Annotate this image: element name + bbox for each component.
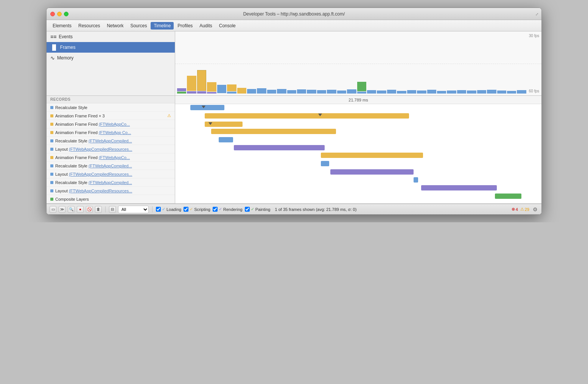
record-link[interactable]: (FTWebApp Co... <box>99 130 131 135</box>
loading-checkbox[interactable] <box>156 207 161 212</box>
timeline-bar-r10 <box>414 177 418 183</box>
record-link[interactable]: (FTWebAppCompiledResources... <box>69 189 132 193</box>
rendering-text: Rendering <box>223 207 243 212</box>
timeline-bars-area <box>175 104 541 203</box>
list-item[interactable]: Recalculate Style <box>47 103 175 112</box>
menu-console[interactable]: Console <box>216 22 239 30</box>
scripting-checkbox[interactable] <box>184 207 188 212</box>
fps-timeline[interactable]: 30 fps 60 fps <box>175 31 541 95</box>
rendering-checkbox[interactable] <box>213 207 218 212</box>
list-item[interactable]: Recalculate Style (FTWebAppCompiled... <box>47 137 175 145</box>
painting-label: ✓ <box>251 207 254 212</box>
frames-control[interactable]: ▐▌ Frames <box>47 42 175 53</box>
timeline-bar-r7 <box>321 153 423 158</box>
menu-profiles[interactable]: Profiles <box>174 22 196 30</box>
delete-button[interactable]: 🗑 <box>95 206 102 213</box>
main-container: ≡≡ Events ▐▌ Frames ∿ Memory 30 fps 60 f… <box>47 31 541 214</box>
traffic-lights <box>50 12 68 16</box>
record-label: Animation Frame Fired (FTWebAppCo... <box>55 122 171 126</box>
record-label: Recalculate Style (FTWebAppCompiled... <box>55 164 171 168</box>
menu-resources[interactable]: Resources <box>75 22 103 30</box>
record-link[interactable]: (FTWebAppCompiled... <box>89 180 132 185</box>
loading-checkbox-label[interactable]: ✓ Loading <box>156 207 181 212</box>
record-link[interactable]: (FTWebAppCompiledResources... <box>69 147 132 151</box>
frame-bar <box>437 33 446 94</box>
rendering-checkbox-label[interactable]: ✓ Rendering <box>213 207 243 212</box>
frame-bar <box>317 33 326 94</box>
search-button[interactable]: 🔍 <box>68 206 75 213</box>
menubar: Elements Resources Network Sources Timel… <box>47 20 541 31</box>
menu-elements[interactable]: Elements <box>50 22 75 30</box>
warning-icon: ⚠ <box>167 113 171 118</box>
record-color-dot <box>50 139 53 142</box>
window-title: Developer Tools – http://wp.sandboxes.ap… <box>243 11 345 17</box>
list-item[interactable]: Layout (FTWebAppCompiledResources... <box>47 145 175 153</box>
timeline-bar-r8 <box>321 161 329 166</box>
frames-label: Frames <box>60 45 76 50</box>
settings-button[interactable]: ⚙ <box>532 206 538 213</box>
no-record-button[interactable]: 🚫 <box>86 206 93 213</box>
list-item[interactable]: Animation Frame Fired (FTWebApp Co... <box>47 128 175 137</box>
frame-bar <box>177 33 186 94</box>
record-link[interactable]: (FTWebAppCo... <box>99 122 130 126</box>
record-label: Layout (FTWebAppCompiledResources... <box>55 189 171 193</box>
sidebar-controls: ≡≡ Events ▐▌ Frames ∿ Memory <box>47 31 175 95</box>
maximize-button[interactable] <box>64 12 68 16</box>
callframes-button[interactable]: ⊟ <box>109 206 116 213</box>
timeline-chart[interactable]: 21.789 ms <box>175 96 541 203</box>
record-color-dot <box>50 156 53 159</box>
frame-bar <box>277 33 286 94</box>
close-button[interactable] <box>50 12 55 16</box>
record-color-dot <box>50 164 53 167</box>
painting-checkbox-label[interactable]: ✓ Painting <box>245 207 271 212</box>
memory-control[interactable]: ∿ Memory <box>47 53 175 63</box>
record-color-dot <box>50 131 53 134</box>
record-label: Layout (FTWebAppCompiledResources... <box>55 147 171 151</box>
record-link[interactable]: (FTWebAppCompiledResources... <box>69 172 132 176</box>
list-item[interactable]: Composite Layers <box>47 195 175 203</box>
record-color-dot <box>50 114 53 117</box>
record-link[interactable]: (FTWebAppCompiled... <box>89 139 132 143</box>
frame-bar <box>457 33 466 94</box>
list-item[interactable]: Animation Frame Fired (FTWebAppCo... <box>47 120 175 128</box>
menu-sources[interactable]: Sources <box>127 22 150 30</box>
record-label: Recalculate Style <box>55 105 171 110</box>
timeline-ruler: 21.789 ms <box>175 96 541 104</box>
record-color-dot <box>50 106 53 109</box>
filter-dropdown[interactable]: All Loading Scripting Rendering Painting <box>118 206 149 213</box>
memory-label: Memory <box>57 55 73 61</box>
list-item[interactable]: Animation Frame Fired (FTWebAppCo... <box>47 153 175 162</box>
list-item[interactable]: Layout (FTWebAppCompiledResources... <box>47 170 175 178</box>
frame-bar <box>347 33 356 94</box>
frame-bar <box>487 33 496 94</box>
frame-bar <box>507 33 516 94</box>
record-button[interactable]: ● <box>77 206 84 213</box>
menu-timeline[interactable]: Timeline <box>151 22 174 30</box>
devtools-window: Developer Tools – http://wp.sandboxes.ap… <box>46 8 542 215</box>
scripting-text: Scripting <box>194 207 210 212</box>
expand-arrow <box>208 122 212 125</box>
list-item[interactable]: Animation Frame Fired × 3 ⚠ <box>47 112 175 120</box>
scripting-checkbox-label[interactable]: ✓ Scripting <box>184 207 210 212</box>
rendering-label: ✓ <box>219 207 222 212</box>
records-sidebar: RECORDS Recalculate Style Animation Fram… <box>47 96 175 203</box>
frames-info: 1 of 35 frames shown (avg: 21.789 ms, σ:… <box>275 207 509 212</box>
record-color-dot <box>50 173 53 176</box>
list-item[interactable]: Recalculate Style (FTWebAppCompiled... <box>47 162 175 170</box>
timeline-header: ≡≡ Events ▐▌ Frames ∿ Memory 30 fps 60 f… <box>47 31 541 96</box>
events-control[interactable]: ≡≡ Events <box>47 31 175 42</box>
record-link[interactable]: (FTWebAppCompiled... <box>89 164 132 168</box>
expand-arrow2 <box>318 114 322 116</box>
painting-checkbox[interactable] <box>245 207 250 212</box>
inspect-button[interactable]: ▭ <box>50 206 56 213</box>
menu-network[interactable]: Network <box>104 22 126 30</box>
list-item[interactable]: Layout (FTWebAppCompiledResources... <box>47 187 175 195</box>
record-link[interactable]: (FTWebAppCo... <box>99 155 130 160</box>
frames-visualization <box>177 33 526 94</box>
minimize-button[interactable] <box>57 12 62 16</box>
error-number: 4 <box>516 207 518 212</box>
callstack-button[interactable]: ≫ <box>59 206 65 213</box>
menu-audits[interactable]: Audits <box>196 22 215 30</box>
record-label: Animation Frame Fired (FTWebAppCo... <box>55 155 171 160</box>
list-item[interactable]: Recalculate Style (FTWebAppCompiled... <box>47 178 175 187</box>
